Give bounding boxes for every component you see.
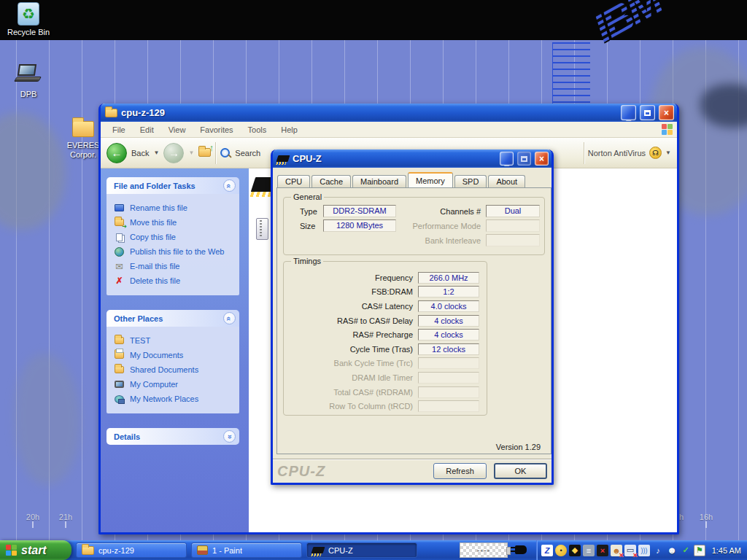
size-label: Size (300, 222, 315, 230)
place-my-documents[interactable]: My Documents (114, 348, 236, 362)
zip-file-icon[interactable] (256, 218, 268, 240)
refresh-button[interactable]: Refresh (433, 463, 487, 479)
paint-icon (197, 545, 208, 555)
green-arrow-icon[interactable]: ✓ (680, 545, 692, 556)
back-dropdown-icon[interactable]: ▼ (153, 149, 159, 156)
ok-button[interactable]: OK (494, 463, 547, 479)
battery-meter[interactable]: ---- (460, 542, 508, 558)
forward-button[interactable]: → (163, 143, 184, 163)
tab-about[interactable]: About (488, 175, 525, 188)
copy-icon (116, 233, 123, 241)
diamond-mail-icon[interactable]: ◆ (569, 545, 581, 556)
menu-favorites[interactable]: Favorites (193, 123, 240, 136)
shared-folder-icon (115, 366, 124, 373)
cpuz-window-title: CPU-Z (293, 153, 496, 164)
total-cas-value (418, 386, 479, 398)
search-label[interactable]: Search (235, 149, 260, 158)
network-places-icon (115, 395, 124, 403)
forward-dropdown-icon[interactable]: ▼ (188, 149, 194, 156)
buddies-offline-icon[interactable]: ☻ (611, 545, 622, 556)
task-publish-file[interactable]: Publish this file to the Web (114, 244, 236, 259)
start-button[interactable]: start (0, 540, 71, 560)
other-places-panel: Other Places « TEST My Documents Shared … (107, 310, 239, 413)
folder-icon (115, 337, 124, 344)
task-delete-file[interactable]: ✗Delete this file (114, 273, 236, 288)
rename-icon (115, 204, 124, 211)
norton-antivirus-menu[interactable]: Norton AntiVirus ☊ ▼ (584, 142, 671, 164)
window-flag-icon[interactable]: ⚑ (694, 545, 705, 556)
collapse-chevron-icon[interactable]: « (223, 179, 236, 192)
performance-mode-value (486, 219, 540, 232)
stethoscope-icon[interactable]: • (555, 545, 567, 556)
norton-label: Norton AntiVirus (588, 149, 646, 158)
menu-tools[interactable]: Tools (241, 123, 274, 136)
recycle-bin-icon: ♻ (18, 2, 39, 26)
folder-icon (72, 121, 94, 137)
tab-mainboard[interactable]: Mainboard (352, 175, 406, 188)
tab-spd[interactable]: SPD (454, 175, 487, 188)
expand-chevron-icon[interactable]: « (223, 430, 236, 443)
timing-row-cycle-time: Cycle Time (Tras)12 clocks (288, 342, 479, 357)
other-places-header[interactable]: Other Places « (107, 310, 239, 327)
back-label[interactable]: Back (131, 149, 149, 158)
up-button[interactable]: ↑ (198, 148, 211, 158)
timezone-label-16h: 16h (694, 513, 719, 521)
timing-row-row-to-column: Row To Column (tRCD) (288, 399, 479, 413)
search-icon[interactable] (220, 148, 231, 158)
start-label: start (21, 544, 47, 557)
version-label: Version 1.29 (496, 443, 541, 451)
place-test[interactable]: TEST (114, 333, 236, 348)
task-copy-file[interactable]: Copy this file (114, 230, 236, 244)
menu-help[interactable]: Help (274, 123, 305, 136)
tab-cache[interactable]: Cache (311, 175, 351, 188)
place-my-network-places[interactable]: My Network Places (114, 392, 236, 406)
folder-icon (82, 546, 94, 555)
monitor-signal-icon[interactable]: ))) (638, 545, 650, 556)
monitor-offline-icon[interactable]: ▭ (624, 545, 636, 556)
collapse-chevron-icon[interactable]: « (223, 312, 236, 324)
tab-memory[interactable]: Memory (408, 172, 453, 187)
recycle-bin-label: Recycle Bin (2, 28, 55, 37)
maximize-button[interactable] (640, 105, 655, 120)
explorer-task-pane: File and Folder Tasks « Rename this file… (101, 168, 249, 532)
dram-idle-timer-value (418, 372, 479, 384)
maximize-button[interactable] (517, 152, 531, 166)
cpuz-title-bar[interactable]: CPU-Z _ × (273, 149, 551, 168)
taskbar-clock[interactable]: 1:45 AM (712, 540, 741, 560)
norton-dropdown-icon[interactable]: ▼ (665, 149, 671, 156)
task-move-file[interactable]: Move this file (114, 215, 236, 230)
minimize-button[interactable]: _ (500, 152, 514, 166)
menu-file[interactable]: File (105, 123, 133, 136)
network-computers-icon[interactable]: ≡ (583, 545, 595, 556)
task-rename-file[interactable]: Rename this file (114, 201, 236, 215)
minimize-button[interactable]: _ (621, 105, 636, 120)
place-my-computer[interactable]: My Computer (114, 377, 236, 392)
cpuz-tab-strip: CPU Cache Mainboard Memory SPD About (277, 173, 527, 187)
taskbar-item-cpu-z-129[interactable]: cpu-z-129 (76, 542, 187, 558)
place-shared-documents[interactable]: Shared Documents (114, 362, 236, 377)
general-group-label: General (291, 192, 324, 201)
task-email-file[interactable]: ✉E-mail this file (114, 259, 236, 273)
taskbar-item-cpuz[interactable]: CPU-Z (306, 542, 417, 558)
dpb-shortcut[interactable]: DPB (2, 63, 55, 99)
back-button[interactable]: ← (107, 143, 127, 163)
menu-view[interactable]: View (161, 123, 193, 136)
blocked-grid-icon[interactable]: × (597, 545, 608, 556)
my-computer-icon (115, 381, 124, 388)
tab-cpu[interactable]: CPU (277, 175, 310, 188)
timing-row-bank-cycle-time: Bank Cycle Time (Trc) (288, 357, 479, 371)
delete-icon: ✗ (114, 276, 125, 286)
z-icon[interactable]: Z (541, 545, 553, 556)
other-places-title: Other Places (114, 314, 223, 323)
speaker-icon[interactable]: ♪ (652, 545, 664, 556)
details-header[interactable]: Details « (107, 428, 239, 445)
explorer-title-bar[interactable]: cpu-z-129 _ × (101, 104, 677, 122)
close-button[interactable]: × (535, 152, 549, 166)
details-title: Details (114, 432, 223, 441)
close-button[interactable]: × (659, 105, 674, 120)
menu-edit[interactable]: Edit (133, 123, 161, 136)
taskbar-item-paint[interactable]: 1 - Paint (191, 542, 302, 558)
file-tasks-header[interactable]: File and Folder Tasks « (107, 177, 239, 194)
recycle-bin-shortcut[interactable]: ♻ Recycle Bin (2, 2, 55, 37)
ghost-icon[interactable]: ☻ (666, 545, 678, 556)
